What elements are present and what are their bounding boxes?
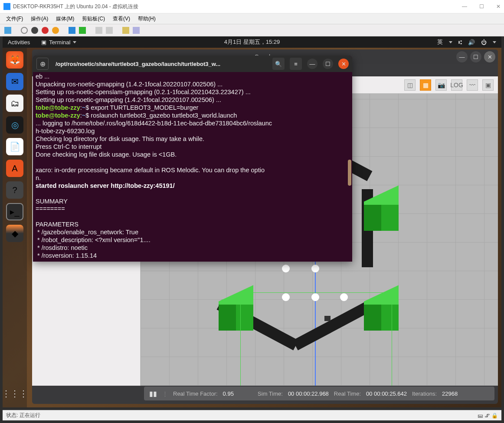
iterations-label: Iterations: (412, 390, 437, 397)
dock-software[interactable]: A (6, 160, 23, 177)
new-tab-button[interactable]: ⊕ (36, 58, 49, 70)
transparent-icon[interactable]: ▦ (420, 79, 431, 91)
power-icon[interactable]: ⏻ (481, 39, 487, 46)
minimize-button[interactable]: — (462, 3, 467, 10)
enhanced-icon[interactable] (122, 27, 129, 34)
start-icon[interactable] (21, 27, 28, 34)
terminal-titlebar[interactable]: ⊕ /opt/ros/noetic/share/turtlebot3_gazeb… (33, 56, 352, 72)
terminal-minimize-button[interactable]: — (307, 59, 317, 69)
activities-button[interactable]: Activities (8, 39, 30, 46)
ctrl-alt-del-icon[interactable] (4, 27, 11, 34)
obstacle-dot (311, 293, 319, 301)
obstacle-dot (282, 265, 290, 272)
revert-icon[interactable] (106, 27, 113, 34)
window-title: DESKTOP-RKR35HT 上的 Ubuntu 20.04 - 虚拟机连接 (13, 3, 138, 10)
gazebo-statusbar: ▮▮ ⋮ Real Time Factor: 0.95 Sim Time: 00… (144, 387, 494, 400)
rtf-value: 0.95 (223, 390, 234, 397)
dock-terminal[interactable]: ▸_ (6, 203, 23, 220)
chevron-down-icon[interactable] (493, 41, 496, 43)
terminal-output[interactable]: eb ... Unpacking ros-noetic-gmapping (1.… (33, 72, 352, 261)
close-button[interactable]: ✕ (496, 3, 501, 10)
shutdown-icon[interactable] (42, 27, 49, 34)
gazebo-minimize-button[interactable]: — (456, 51, 468, 62)
windows-titlebar: DESKTOP-RKR35HT 上的 Ubuntu 20.04 - 虚拟机连接 … (0, 0, 504, 13)
status-label: 状态: (6, 412, 18, 419)
obstacle-dot (311, 265, 319, 272)
input-lang[interactable]: 英 (437, 38, 443, 46)
selection-box (240, 292, 392, 386)
status-value: 正在运行 (20, 412, 40, 419)
real-time-value: 00 00:00:25.642 (366, 390, 407, 397)
menu-media[interactable]: 媒体(M) (56, 15, 74, 23)
turnoff-icon[interactable] (31, 27, 38, 34)
menu-clipboard[interactable]: 剪贴板(C) (82, 15, 105, 23)
status-usb-icon: 🖇 (484, 413, 490, 419)
checkpoint-icon[interactable] (95, 27, 102, 34)
terminal-maximize-button[interactable]: ☐ (323, 59, 333, 69)
cube-pillar (364, 193, 399, 233)
gazebo-maximize-button[interactable]: ☐ (470, 51, 481, 62)
log-icon[interactable]: LOG (451, 79, 462, 91)
view-angle-icon[interactable]: ◫ (404, 79, 416, 91)
gazebo-close-button[interactable]: ✕ (484, 51, 495, 62)
search-button[interactable]: 🔍 (272, 58, 285, 70)
dock-files[interactable]: 🗂 (6, 95, 23, 112)
dock-firefox[interactable]: 🦊 (6, 51, 23, 69)
status-disk-icon: 🖴 (478, 413, 483, 419)
terminal-close-button[interactable]: ✕ (338, 59, 349, 69)
dock-help[interactable]: ? (6, 181, 23, 199)
clock[interactable]: 4月1日 星期五，15:29 (224, 38, 280, 46)
pause-icon[interactable] (69, 27, 75, 34)
menu-action[interactable]: 操作(A) (31, 15, 48, 23)
obstacle-dot (340, 293, 348, 301)
menu-help[interactable]: 帮助(H) (138, 15, 156, 23)
terminal-scrollbar[interactable] (348, 160, 351, 186)
windows-toolbar (0, 24, 504, 36)
dock-writer[interactable]: 📄 (6, 138, 23, 155)
ubuntu-dock: 🦊 ✉ 🗂 ◎ 📄 A ? ▸_ ◆ ⋮⋮⋮ (3, 48, 27, 407)
chevron-down-icon[interactable] (73, 41, 76, 43)
status-lock-icon: 🔒 (491, 413, 498, 419)
dock-thunderbird[interactable]: ✉ (6, 73, 23, 90)
share-icon[interactable] (133, 27, 140, 34)
windows-menubar: 文件(F) 操作(A) 媒体(M) 剪贴板(C) 查看(V) 帮助(H) (0, 13, 504, 24)
plot-icon[interactable]: 〰 (467, 79, 478, 91)
iterations-value: 22968 (442, 390, 458, 397)
app-icon (3, 3, 10, 10)
save-icon[interactable] (52, 27, 59, 34)
windows-statusbar: 状态: 正在运行 🖴 🖇 🔒 (3, 410, 501, 420)
obstacle-dot (282, 293, 290, 301)
dock-gazebo[interactable]: ◆ (6, 225, 23, 242)
record-icon[interactable]: ▣ (482, 79, 494, 91)
maximize-button[interactable]: ☐ (479, 3, 484, 10)
pause-sim-button[interactable]: ▮▮ (149, 390, 157, 398)
terminal-title-text: /opt/ros/noetic/share/turtlebot3_gazebo/… (56, 61, 269, 67)
turtlebot-robot (324, 316, 331, 321)
start-vm-icon[interactable] (79, 27, 86, 34)
sim-time-value: 00 00:00:22.968 (288, 390, 329, 397)
terminal-window: ⊕ /opt/ros/noetic/share/turtlebot3_gazeb… (33, 56, 352, 262)
sim-time-label: Sim Time: (258, 390, 283, 397)
hamburger-menu-button[interactable]: ≡ (290, 58, 302, 70)
dock-show-apps[interactable]: ⋮⋮⋮ (6, 385, 23, 402)
volume-icon[interactable]: 🔊 (468, 39, 475, 46)
terminal-app-label[interactable]: Terminal (49, 39, 70, 46)
menu-file[interactable]: 文件(F) (6, 15, 23, 23)
chevron-down-icon (449, 41, 452, 43)
screenshot-icon[interactable]: 📷 (435, 79, 447, 91)
terminal-icon: ▣ (41, 39, 46, 46)
rtf-label: Real Time Factor: (173, 390, 218, 397)
real-time-label: Real Time: (334, 390, 361, 397)
menu-view[interactable]: 查看(V) (113, 15, 130, 23)
network-icon[interactable]: ⑆ (458, 39, 462, 46)
dock-rhythmbox[interactable]: ◎ (6, 116, 23, 134)
ubuntu-topbar: Activities ▣ Terminal 4月1日 星期五，15:29 英 ⑆… (3, 36, 501, 48)
